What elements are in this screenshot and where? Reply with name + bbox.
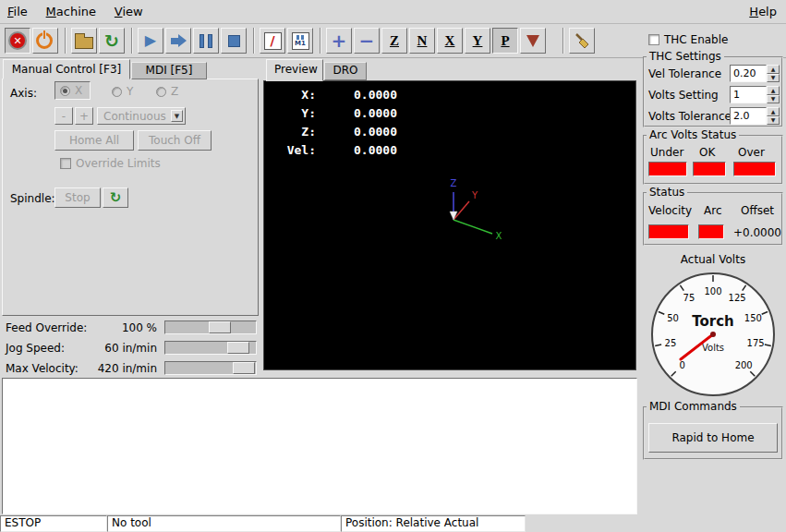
menu-file[interactable]: File	[0, 0, 35, 22]
volts-tolerance-up-button[interactable]: ▲	[767, 107, 780, 116]
arc-under-indicator	[648, 162, 687, 176]
checkbox-icon	[648, 34, 659, 45]
dro-vel-value: 0.0000	[316, 141, 397, 160]
feed-override-value: 100 %	[81, 321, 157, 334]
axis-radio-z[interactable]: Z	[156, 85, 178, 98]
stop-program-button[interactable]	[221, 28, 247, 54]
menu-machine[interactable]: Machine	[39, 0, 103, 22]
statusbar-estop: ESTOP	[0, 515, 107, 532]
run-program-button[interactable]: ▶	[138, 28, 163, 54]
open-file-button[interactable]	[71, 28, 97, 54]
checkbox-icon	[60, 158, 71, 169]
machine-power-button[interactable]	[32, 28, 58, 54]
clear-plot-button[interactable]	[569, 28, 595, 54]
max-velocity-handle[interactable]	[233, 362, 255, 374]
vel-tolerance-spinbox[interactable]: 0.20 ▲ ▼	[730, 65, 780, 82]
override-limits-checkbox[interactable]: Override Limits	[60, 157, 161, 170]
axis-radio-y[interactable]: Y	[112, 85, 133, 98]
dro-row-x: X: 0.0000	[277, 86, 397, 104]
estop-button[interactable]: ✕	[5, 28, 30, 54]
gauge-tick-0: 0	[680, 360, 685, 370]
tab-mdi[interactable]: MDI [F5]	[131, 62, 207, 79]
optional-pause-button[interactable]: M1	[287, 28, 313, 54]
jog-plus-button[interactable]: +	[75, 107, 93, 125]
status-arc-label: Arc	[704, 204, 721, 217]
volts-tolerance-value[interactable]: 2.0	[730, 107, 767, 125]
volts-setting-value[interactable]: 1	[730, 86, 767, 103]
view-x-icon: X	[445, 34, 455, 48]
jog-mode-dropdown[interactable]: Continuous ▼	[97, 107, 186, 125]
tab-preview[interactable]: Preview	[266, 59, 323, 81]
thc-enable-label: THC Enable	[664, 33, 728, 46]
tab-manual-control[interactable]: Manual Control [F3]	[3, 59, 130, 79]
axis-radio-x[interactable]: X	[54, 81, 91, 100]
volts-tolerance-down-button[interactable]: ▼	[767, 116, 780, 126]
z-axis-label: Z	[451, 178, 457, 188]
volts-setting-spinbox[interactable]: 1 ▲ ▼	[730, 86, 780, 103]
max-velocity-slider[interactable]	[164, 361, 257, 375]
view-perspective-icon: P	[501, 34, 509, 48]
feed-override-slider[interactable]	[164, 320, 257, 334]
toolbar-separator	[65, 28, 67, 54]
jog-speed-slider[interactable]	[164, 341, 257, 355]
step-line-button[interactable]	[165, 28, 191, 54]
vel-tolerance-down-button[interactable]: ▼	[767, 74, 780, 83]
home-all-button[interactable]: Home All	[54, 130, 134, 151]
volts-setting-down-button[interactable]: ▼	[767, 95, 780, 104]
spindle-aux-button[interactable]: ↻	[103, 187, 128, 208]
pause-program-button[interactable]	[193, 28, 219, 54]
tab-dro[interactable]: DRO	[324, 62, 367, 80]
gauge-unit-label: Volts	[702, 343, 724, 353]
zoom-in-icon: +	[332, 31, 347, 50]
zoom-in-button[interactable]: +	[326, 28, 352, 54]
menu-help[interactable]: Help	[742, 0, 784, 22]
toolbar-separator	[562, 28, 564, 54]
gauge-tick-200: 200	[735, 360, 753, 370]
max-velocity-value: 420 in/min	[81, 362, 157, 375]
jog-minus-button[interactable]: -	[54, 107, 73, 125]
dro-row-z: Z: 0.0000	[277, 123, 397, 141]
thc-enable-checkbox[interactable]: THC Enable	[648, 33, 728, 46]
preview-canvas[interactable]: X: 0.0000 Y: 0.0000 Z: 0.0000 Vel: 0.000…	[263, 80, 636, 370]
gauge-tick-50: 50	[667, 313, 679, 323]
spindle-stop-button[interactable]: Stop	[54, 187, 101, 208]
view-x-button[interactable]: X	[437, 28, 463, 54]
jog-mode-value: Continuous	[103, 110, 166, 123]
reload-file-button[interactable]: ↻	[99, 28, 125, 54]
velocity-indicator	[648, 224, 689, 239]
vel-tolerance-label: Vel Tolerance	[648, 67, 721, 80]
jog-speed-label: Jog Speed:	[6, 342, 65, 355]
statusbar-tool: No tool	[107, 515, 341, 532]
x-axis-label: X	[496, 231, 502, 241]
volts-tolerance-label: Volts Tolerance	[648, 110, 732, 123]
axis-label: Axis:	[10, 87, 37, 100]
stop-icon	[228, 35, 240, 47]
rotate-view-button[interactable]	[520, 28, 546, 54]
statusbar: ESTOP No tool Position: Relative Actual	[0, 515, 786, 532]
volts-tolerance-spinbox[interactable]: 2.0 ▲ ▼	[730, 107, 780, 125]
view-z-button[interactable]: Z	[381, 28, 407, 54]
rapid-to-home-button[interactable]: Rapid to Home	[648, 423, 778, 453]
mdi-commands-title: MDI Commands	[647, 400, 740, 413]
volts-setting-up-button[interactable]: ▲	[767, 86, 780, 95]
feed-override-handle[interactable]	[209, 321, 231, 333]
menu-view[interactable]: View	[107, 0, 151, 22]
view-z-rotated-button[interactable]: N	[409, 28, 435, 54]
skip-lines-button[interactable]: /	[260, 28, 285, 54]
gauge-tick-125: 125	[729, 293, 746, 303]
vel-tolerance-value[interactable]: 0.20	[730, 65, 767, 82]
gauge-tick-100: 100	[704, 286, 721, 296]
vel-tolerance-up-button[interactable]: ▲	[767, 65, 780, 74]
status-offset-label: Offset	[741, 204, 774, 217]
view-perspective-button[interactable]: P	[492, 28, 518, 54]
zoom-out-button[interactable]: −	[354, 28, 380, 54]
touch-off-button[interactable]: Touch Off	[138, 130, 212, 151]
clear-plot-broom-icon	[573, 31, 591, 50]
jog-speed-handle[interactable]	[227, 342, 249, 354]
view-y-button[interactable]: Y	[465, 28, 490, 54]
gcode-text-area[interactable]	[2, 378, 637, 514]
gauge-hub	[710, 332, 716, 337]
arc-ok-label: OK	[699, 146, 715, 159]
gauge-tick-75: 75	[683, 293, 695, 303]
dro-y-value: 0.0000	[316, 104, 397, 123]
